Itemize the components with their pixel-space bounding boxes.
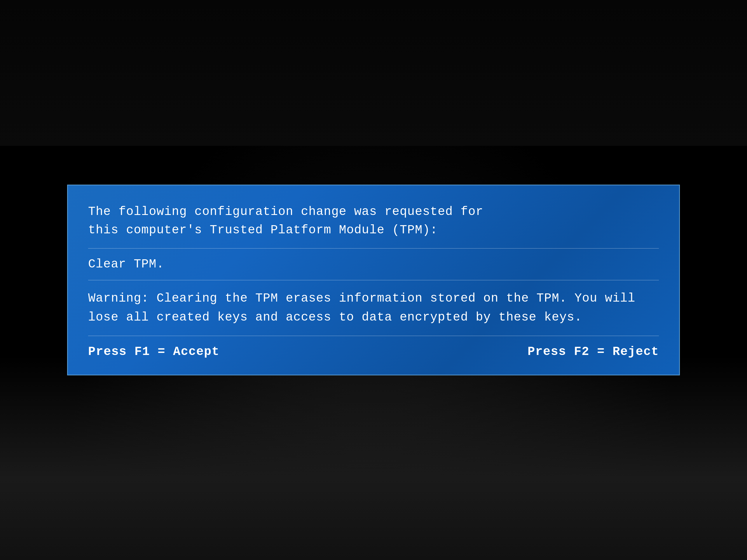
bios-screen: The following configuration change was r…: [0, 0, 747, 560]
header-line1: The following configuration change was r…: [88, 203, 659, 239]
warning-line1: Warning: Clearing the TPM erases informa…: [88, 291, 635, 305]
header-text-line2: this computer's Trusted Platform Module …: [88, 223, 438, 237]
header-text-line1: The following configuration change was r…: [88, 205, 483, 219]
reject-button-label[interactable]: Press F2 = Reject: [527, 345, 659, 359]
accept-button-label[interactable]: Press F1 = Accept: [88, 345, 220, 359]
clear-tpm-label: Clear TPM.: [88, 257, 659, 271]
divider-1: [88, 248, 659, 248]
action-bar: Press F1 = Accept Press F2 = Reject: [88, 345, 659, 359]
warning-text: Warning: Clearing the TPM erases informa…: [88, 289, 659, 327]
tpm-dialog: The following configuration change was r…: [67, 185, 680, 375]
warning-line2: lose all created keys and access to data…: [88, 310, 582, 324]
